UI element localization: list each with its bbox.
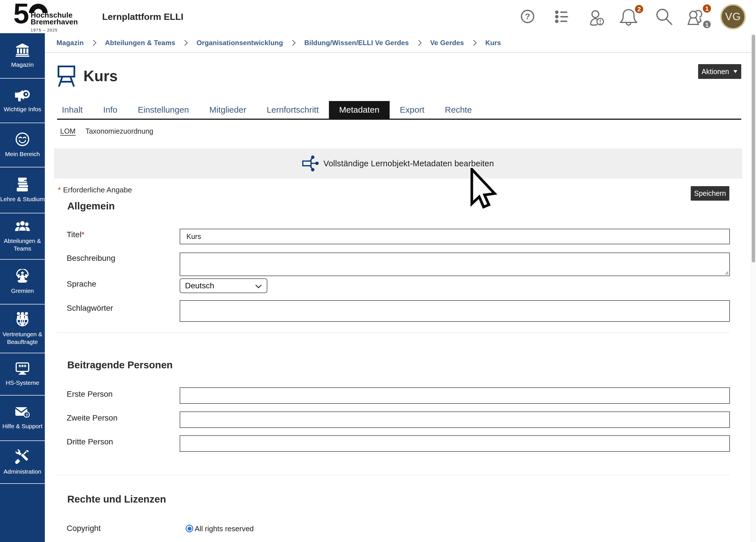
svg-text:2: 2 (637, 6, 641, 13)
svg-text:?: ? (525, 12, 530, 21)
svg-text:?: ? (25, 413, 28, 417)
svg-text:1: 1 (705, 21, 709, 28)
svg-text:***: *** (18, 363, 27, 371)
svg-text:1: 1 (705, 5, 709, 12)
